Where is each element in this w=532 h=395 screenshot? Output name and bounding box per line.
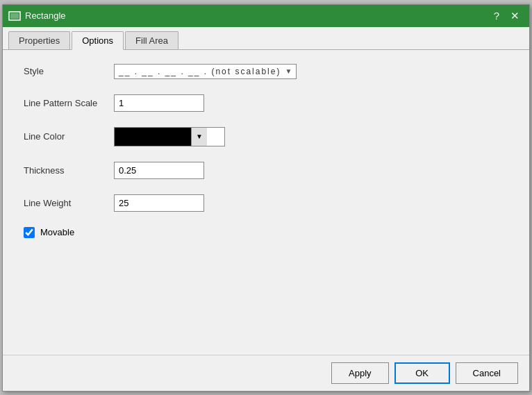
style-control: __ . __ . __ . __ . (not scalable) ▼ xyxy=(114,64,297,79)
help-button[interactable]: ? xyxy=(490,9,504,22)
thickness-input[interactable] xyxy=(114,162,204,179)
color-dropdown-arrow-icon[interactable]: ▼ xyxy=(191,128,207,146)
apply-button[interactable]: Apply xyxy=(331,362,389,384)
thickness-control xyxy=(114,162,204,179)
tab-content: Style __ . __ . __ . __ . (not scalable)… xyxy=(3,50,529,355)
line-color-label: Line Color xyxy=(24,131,114,142)
style-row: Style __ . __ . __ . __ . (not scalable)… xyxy=(24,64,508,79)
tab-properties[interactable]: Properties xyxy=(8,31,70,49)
close-button[interactable]: ✕ xyxy=(506,9,524,22)
line-pattern-scale-input[interactable] xyxy=(114,94,204,112)
line-color-control: ▼ xyxy=(114,127,225,146)
movable-label: Movable xyxy=(40,227,74,237)
title-bar: Rectangle ? ✕ xyxy=(3,5,529,27)
cancel-button[interactable]: Cancel xyxy=(456,362,518,384)
window-title: Rectangle xyxy=(25,10,490,21)
line-weight-control xyxy=(114,194,204,212)
line-pattern-scale-label: Line Pattern Scale xyxy=(24,98,114,108)
line-color-dropdown[interactable]: ▼ xyxy=(114,127,225,146)
line-pattern-scale-row: Line Pattern Scale xyxy=(24,94,508,112)
style-dropdown-value: __ . __ . __ . __ . (not scalable) xyxy=(119,67,281,76)
style-dropdown-arrow-icon: ▼ xyxy=(285,67,292,75)
ok-button[interactable]: OK xyxy=(394,362,450,384)
main-window: Rectangle ? ✕ Properties Options Fill Ar… xyxy=(2,4,530,392)
movable-row: Movable xyxy=(24,227,508,238)
line-pattern-scale-control xyxy=(114,94,204,112)
thickness-row: Thickness xyxy=(24,162,508,179)
title-bar-controls: ? ✕ xyxy=(490,9,524,22)
line-weight-label: Line Weight xyxy=(24,198,114,208)
thickness-label: Thickness xyxy=(24,165,114,176)
tab-fill-area[interactable]: Fill Area xyxy=(125,31,178,49)
style-label: Style xyxy=(24,66,114,76)
tab-bar: Properties Options Fill Area xyxy=(3,27,529,50)
color-swatch xyxy=(115,128,191,146)
footer: Apply OK Cancel xyxy=(3,355,529,391)
line-weight-row: Line Weight xyxy=(24,194,508,212)
line-weight-input[interactable] xyxy=(114,194,204,212)
style-dropdown[interactable]: __ . __ . __ . __ . (not scalable) ▼ xyxy=(114,64,297,79)
app-icon xyxy=(8,10,21,22)
movable-checkbox[interactable] xyxy=(24,227,35,238)
svg-rect-1 xyxy=(10,13,19,19)
line-color-row: Line Color ▼ xyxy=(24,127,508,146)
tab-options[interactable]: Options xyxy=(72,31,124,50)
